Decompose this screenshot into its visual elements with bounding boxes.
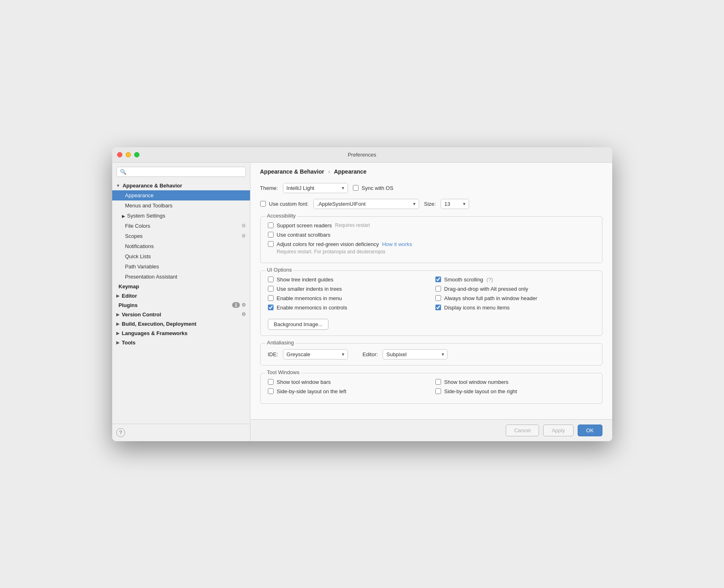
sidebar-section-label: Keymap xyxy=(119,283,139,290)
gear-icon: ⚙ xyxy=(241,233,246,239)
apply-button[interactable]: Apply xyxy=(543,425,574,436)
plugin-badge: 1 xyxy=(232,302,239,308)
ide-label: IDE: xyxy=(268,351,278,357)
custom-font-checkbox[interactable] xyxy=(260,201,266,207)
sidebar-item-languages[interactable]: ▶ Languages & Frameworks xyxy=(112,329,250,338)
sidebar-item-appearance[interactable]: Appearance xyxy=(112,190,250,200)
sidebar-section-label: Plugins xyxy=(119,302,138,308)
side-by-side-right-checkbox[interactable] xyxy=(435,388,441,394)
tree-indent-row: Show tree indent guides xyxy=(268,277,427,283)
editor-label: Editor: xyxy=(363,351,378,357)
tree-indent-checkbox[interactable] xyxy=(268,277,274,282)
sidebar-item-appearance-behavior[interactable]: ▼ Appearance & Behavior xyxy=(112,181,250,190)
mnemonics-menu-checkbox[interactable] xyxy=(268,295,274,301)
smooth-scrolling-checkbox[interactable] xyxy=(435,277,441,282)
ui-options-grid: Show tree indent guides Use smaller inde… xyxy=(268,277,595,314)
show-window-numbers-label: Show tool window numbers xyxy=(444,379,509,385)
sidebar-item-version-control[interactable]: ▶ Version Control ⚙ xyxy=(112,310,250,319)
traffic-lights xyxy=(117,152,139,157)
help-button[interactable]: ? xyxy=(116,428,125,437)
size-select-wrapper: 13 11 12 14 16 ▼ xyxy=(441,199,469,209)
search-bar[interactable]: 🔍 xyxy=(116,167,246,177)
antialiasing-label: Antialiasing xyxy=(265,340,296,346)
color-deficiency-label: Adjust colors for red-green vision defic… xyxy=(277,241,379,247)
full-path-row: Always show full path in window header xyxy=(435,295,595,301)
screen-readers-checkbox[interactable] xyxy=(268,222,274,228)
side-by-side-left-row: Side-by-side layout on the left xyxy=(268,388,427,394)
how-it-works-link[interactable]: How it works xyxy=(382,241,412,247)
full-path-checkbox[interactable] xyxy=(435,295,441,301)
sidebar-item-scopes[interactable]: Scopes ⚙ xyxy=(112,231,250,241)
show-window-numbers-checkbox[interactable] xyxy=(435,379,441,385)
color-deficiency-checkbox[interactable] xyxy=(268,241,274,247)
sidebar-item-editor[interactable]: ▶ Editor xyxy=(112,291,250,301)
sidebar-bottom: ? xyxy=(112,424,250,441)
display-icons-row: Display icons in menu items xyxy=(435,305,595,311)
breadcrumb-parent: Appearance & Behavior xyxy=(260,168,324,175)
sidebar-item-presentation-assistant[interactable]: Presentation Assistant xyxy=(112,272,250,282)
sidebar-item-menus-toolbars[interactable]: Menus and Toolbars xyxy=(112,200,250,211)
show-window-bars-checkbox[interactable] xyxy=(268,379,274,385)
sidebar-item-label: Appearance xyxy=(125,192,154,198)
chevron-right-icon: ▶ xyxy=(116,312,120,317)
sidebar-item-path-variables[interactable]: Path Variables xyxy=(112,261,250,272)
smaller-indents-label: Use smaller indents in trees xyxy=(277,286,342,292)
tree-indent-label: Show tree indent guides xyxy=(277,277,333,283)
drag-drop-label: Drag-and-drop with Alt pressed only xyxy=(444,286,528,292)
main-content: Appearance & Behavior › Appearance Theme… xyxy=(250,163,612,441)
display-icons-checkbox[interactable] xyxy=(435,305,441,310)
sync-with-os-checkbox[interactable] xyxy=(353,185,359,191)
sidebar-item-notifications[interactable]: Notifications xyxy=(112,241,250,251)
sidebar-item-quick-lists[interactable]: Quick Lists xyxy=(112,251,250,261)
contrast-scrollbars-checkbox[interactable] xyxy=(268,232,274,237)
antialiasing-row: IDE: Greyscale None Subpixel ▼ Editor: xyxy=(268,349,595,359)
close-button[interactable] xyxy=(117,152,122,157)
sidebar-item-file-colors[interactable]: File Colors ⚙ xyxy=(112,221,250,231)
ide-antialiasing-select[interactable]: Greyscale None Subpixel xyxy=(283,349,348,359)
search-input[interactable] xyxy=(129,169,242,175)
sidebar-item-plugins[interactable]: Plugins 1 ⚙ xyxy=(112,301,250,310)
tool-windows-label: Tool Windows xyxy=(265,369,301,375)
mnemonics-controls-checkbox[interactable] xyxy=(268,305,274,310)
sidebar-section-label: Appearance & Behavior xyxy=(122,183,182,189)
search-icon: 🔍 xyxy=(120,169,126,175)
chevron-right-icon: ▶ xyxy=(116,331,120,335)
theme-select[interactable]: IntelliJ Light Darcula High contrast xyxy=(283,183,348,193)
maximize-button[interactable] xyxy=(134,152,139,157)
accessibility-group: Accessibility Support screen readers Req… xyxy=(260,216,602,263)
display-icons-label: Display icons in menu items xyxy=(444,305,510,311)
editor-antialiasing-select[interactable]: Subpixel None Greyscale xyxy=(383,349,448,359)
ok-button[interactable]: OK xyxy=(578,425,602,436)
sidebar-item-system-settings[interactable]: ▶System Settings xyxy=(112,211,250,221)
sidebar-item-tools[interactable]: ▶ Tools xyxy=(112,338,250,347)
sidebar-item-keymap[interactable]: Keymap xyxy=(112,282,250,291)
title-bar: Preferences xyxy=(112,147,612,163)
show-window-bars-row: Show tool window bars xyxy=(268,379,427,385)
drag-drop-checkbox[interactable] xyxy=(435,286,441,292)
side-by-side-right-label: Side-by-side layout on the right xyxy=(444,388,517,394)
antialiasing-group: Antialiasing IDE: Greyscale None Subpixe… xyxy=(260,343,602,366)
smooth-scrolling-help-icon[interactable]: (?) xyxy=(487,277,493,283)
chevron-right-icon: ▶ xyxy=(116,294,120,298)
sidebar-section-label: Editor xyxy=(122,293,137,299)
full-path-label: Always show full path in window header xyxy=(444,295,537,301)
side-by-side-left-checkbox[interactable] xyxy=(268,388,274,394)
theme-label: Theme: xyxy=(260,185,278,191)
sidebar-item-label: Menus and Toolbars xyxy=(125,203,173,209)
window-body: 🔍 ▼ Appearance & Behavior Appearance Men… xyxy=(112,163,612,441)
size-select[interactable]: 13 11 12 14 16 xyxy=(441,199,469,209)
smaller-indents-checkbox[interactable] xyxy=(268,286,274,292)
cancel-button[interactable]: Cancel xyxy=(506,425,539,436)
sidebar-section-label: Tools xyxy=(122,340,136,346)
show-window-numbers-row: Show tool window numbers xyxy=(435,379,595,385)
size-label: Size: xyxy=(424,201,436,207)
background-image-button[interactable]: Background Image... xyxy=(268,319,329,330)
sync-with-os-label: Sync with OS xyxy=(362,185,394,191)
font-select[interactable]: .AppleSystemUIFont Arial Helvetica xyxy=(313,199,419,209)
sidebar-item-build[interactable]: ▶ Build, Execution, Deployment xyxy=(112,319,250,329)
minimize-button[interactable] xyxy=(126,152,131,157)
smooth-scrolling-row: Smooth scrolling (?) xyxy=(435,277,595,283)
sidebar-section-label: Build, Execution, Deployment xyxy=(122,321,196,327)
sidebar-section-label: Version Control xyxy=(122,311,161,318)
tool-windows-group: Tool Windows Show tool window bars Side-… xyxy=(260,373,602,404)
